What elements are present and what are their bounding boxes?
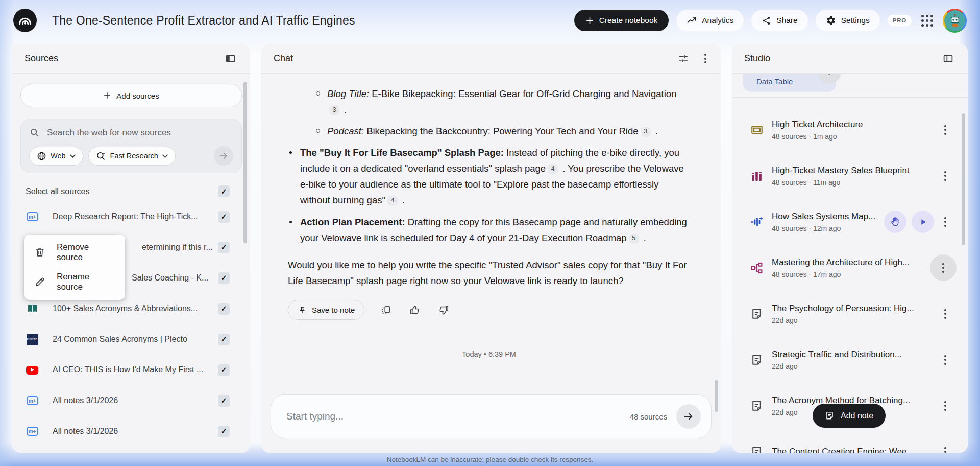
- slides-icon: [750, 123, 766, 136]
- search-submit-arrow-icon[interactable]: [214, 146, 233, 166]
- thumbs-down-icon[interactable]: [437, 304, 450, 317]
- bar-chart-icon: [750, 170, 766, 182]
- studio-panel-body: Data Table › High Ticket Architecture48 …: [732, 74, 968, 453]
- settings-label: Settings: [841, 16, 870, 25]
- source-checkbox[interactable]: ✓: [218, 242, 230, 253]
- remove-source-menu-item[interactable]: Remove source: [24, 238, 125, 267]
- save-to-note-button[interactable]: Save to note: [288, 300, 364, 320]
- web-search-card: Web Fast Research: [20, 119, 242, 173]
- studio-item-more-menu-icon[interactable]: [934, 394, 957, 417]
- studio-item-row[interactable]: The Content Creation Engine: Wee...: [732, 432, 968, 453]
- citation-chip[interactable]: 3: [641, 127, 651, 137]
- source-checkbox[interactable]: ✓: [218, 426, 230, 437]
- source-checkbox[interactable]: ✓: [218, 334, 230, 345]
- collapse-sources-panel-icon[interactable]: [223, 51, 238, 66]
- studio-item-row[interactable]: Strategic Traffic and Distribution...22d…: [732, 340, 968, 379]
- source-title: 24 Common Sales Acronyms | Plecto: [53, 335, 212, 344]
- select-all-checkbox[interactable]: ✓: [218, 185, 230, 197]
- search-input[interactable]: [47, 128, 233, 138]
- studio-item-text: The Psychology of Persuasion: Hig...22d …: [772, 304, 914, 324]
- thumbs-up-icon[interactable]: [408, 304, 422, 317]
- create-notebook-label: Create notebook: [599, 16, 658, 25]
- source-checkbox[interactable]: ✓: [218, 272, 230, 284]
- pro-badge: PRO: [888, 15, 912, 26]
- apps-grid-icon[interactable]: [919, 13, 935, 29]
- web-filter-dropdown[interactable]: Web: [29, 147, 83, 166]
- interactive-mode-hand-icon[interactable]: [884, 211, 906, 233]
- studio-item-more-menu-icon[interactable]: [934, 119, 957, 141]
- chat-more-menu-icon[interactable]: [702, 52, 708, 65]
- add-sources-button[interactable]: Add sources: [20, 84, 242, 107]
- source-row[interactable]: AI CEO: THIS is How I'd Make My First ..…: [20, 355, 242, 385]
- source-row[interactable]: PLECTO24 Common Sales Acronyms | Plecto✓: [20, 324, 242, 355]
- studio-item-row[interactable]: High Ticket Architecture48 sources · 1m …: [732, 110, 968, 149]
- topbar: The One-Sentence Profit Extractor and AI…: [0, 0, 980, 41]
- studio-item-more-menu-icon[interactable]: [934, 165, 957, 187]
- studio-item-meta: 22d ago: [772, 362, 902, 370]
- copy-icon[interactable]: [380, 304, 393, 317]
- studio-item-more-menu-icon[interactable]: [930, 254, 957, 281]
- audio-waveform-icon: [750, 215, 766, 229]
- studio-panel-header: Studio: [732, 44, 968, 74]
- source-checkbox[interactable]: ✓: [218, 211, 230, 223]
- expand-studio-panel-icon[interactable]: [941, 51, 955, 66]
- send-message-arrow-icon[interactable]: [676, 404, 701, 429]
- studio-item-title: Mastering the Architecture of High...: [772, 258, 910, 268]
- studio-item-row[interactable]: How Sales Systems Map...48 sources · 12m…: [732, 202, 968, 241]
- select-all-label: Select all sources: [26, 187, 89, 196]
- chat-settings-tune-icon[interactable]: [676, 51, 691, 66]
- studio-item-row[interactable]: High-Ticket Mastery Sales Blueprint48 so…: [732, 156, 968, 195]
- plus-icon: [103, 91, 111, 100]
- source-checkbox[interactable]: ✓: [218, 395, 230, 407]
- sources-panel-header: Sources: [12, 44, 250, 74]
- source-row[interactable]: m+All notes 3/1/2026✓: [20, 385, 242, 416]
- rename-source-menu-item[interactable]: Rename source: [24, 267, 125, 297]
- chat-closing-question: Would you like me to help you write the …: [288, 257, 690, 289]
- source-row[interactable]: m+Deep Research Report: The High-Tick...…: [20, 201, 242, 232]
- studio-item-text: High-Ticket Mastery Sales Blueprint48 so…: [772, 166, 910, 187]
- notebooklm-logo-icon[interactable]: [13, 9, 37, 32]
- chat-panel-body: Blog Title: E-Bike Bikepacking: Essentia…: [261, 74, 721, 453]
- citation-chip[interactable]: 3: [329, 105, 339, 115]
- studio-item-title: High-Ticket Mastery Sales Blueprint: [772, 166, 910, 176]
- create-notebook-button[interactable]: Create notebook: [574, 10, 669, 31]
- studio-item-more-menu-icon[interactable]: [934, 440, 957, 453]
- citation-chip[interactable]: 4: [387, 196, 398, 206]
- avatar[interactable]: [943, 9, 967, 33]
- chat-message: Blog Title: E-Bike Bikepacking: Essentia…: [261, 74, 721, 362]
- play-icon[interactable]: [912, 211, 934, 233]
- source-checkbox[interactable]: ✓: [218, 364, 230, 376]
- research-mode-dropdown[interactable]: Fast Research: [88, 147, 176, 166]
- research-sparkle-icon: [96, 151, 106, 161]
- trash-icon: [34, 247, 45, 258]
- studio-scrollbar[interactable]: [962, 113, 965, 245]
- youtube-icon: [26, 366, 39, 375]
- chat-panel-title: Chat: [274, 53, 293, 64]
- chevron-down-icon: [70, 154, 76, 158]
- mind-map-icon: [750, 262, 766, 274]
- source-checkbox[interactable]: ✓: [218, 303, 230, 315]
- source-row[interactable]: m+All notes 3/1/2026✓: [20, 416, 242, 447]
- source-title: All notes 3/1/2026: [53, 396, 212, 405]
- chat-input[interactable]: [286, 411, 630, 422]
- chat-scrollbar[interactable]: [715, 380, 718, 412]
- sources-panel: Sources Add sources Web: [12, 44, 250, 453]
- analytics-button[interactable]: Analytics: [676, 10, 744, 31]
- studio-item-more-menu-icon[interactable]: [934, 348, 957, 371]
- add-note-button[interactable]: Add note: [813, 404, 886, 428]
- studio-item-row[interactable]: Mastering the Architecture of High...48 …: [732, 248, 968, 287]
- studio-item-more-menu-icon[interactable]: [934, 211, 957, 233]
- citation-chip[interactable]: 4: [548, 164, 558, 174]
- share-button[interactable]: Share: [751, 10, 807, 31]
- report-icon: [750, 446, 766, 453]
- sources-scrollbar[interactable]: [243, 82, 247, 243]
- studio-item-more-menu-icon[interactable]: [934, 302, 957, 325]
- chevron-down-icon: [162, 154, 168, 158]
- data-table-chip-label: Data Table: [756, 77, 793, 86]
- note-icon: [825, 411, 835, 421]
- source-title: All notes 3/1/2026: [53, 427, 212, 436]
- settings-button[interactable]: Settings: [816, 10, 880, 31]
- citation-chip[interactable]: 5: [629, 234, 639, 244]
- studio-item-row[interactable]: The Psychology of Persuasion: Hig...22d …: [732, 294, 968, 333]
- chat-date-divider: Today • 6:39 PM: [288, 346, 690, 362]
